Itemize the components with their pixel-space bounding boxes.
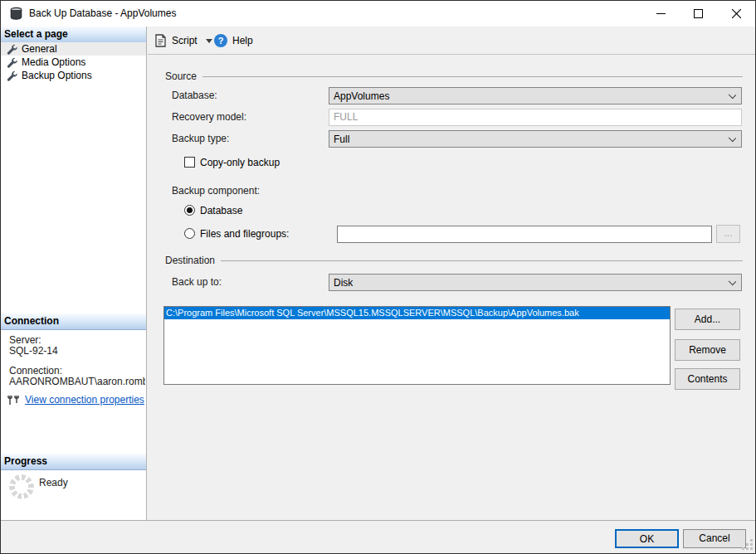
close-button[interactable] [718, 1, 755, 27]
help-button[interactable]: ? Help [214, 31, 253, 51]
backup-file-row[interactable]: C:\Program Files\Microsoft SQL Server\MS… [164, 307, 670, 319]
destination-section-label: Destination [165, 255, 215, 266]
backup-database-dialog: Back Up Database - AppVolumes Select a p… [0, 0, 756, 554]
database-radio-label[interactable]: Database [200, 205, 242, 216]
maximize-button[interactable] [680, 1, 717, 27]
titlebar[interactable]: Back Up Database - AppVolumes [1, 1, 755, 27]
sidebar-item-label: General [22, 43, 57, 55]
database-radio[interactable] [184, 205, 195, 216]
backup-file-list[interactable]: C:\Program Files\Microsoft SQL Server\MS… [163, 306, 671, 385]
sidebar-item-general[interactable]: General [1, 42, 146, 56]
backup-type-dropdown-value: Full [334, 134, 349, 145]
resize-grip[interactable] [743, 540, 753, 550]
contents-button[interactable]: Contents [675, 368, 740, 390]
footer-separator [1, 520, 755, 521]
chevron-down-icon [729, 91, 736, 99]
database-icon [9, 7, 23, 21]
source-section-label: Source [165, 70, 197, 82]
script-label: Script [172, 35, 198, 46]
copy-only-backup-checkbox[interactable] [184, 157, 195, 168]
browse-button: ... [716, 225, 740, 243]
script-dropdown-icon[interactable] [206, 39, 212, 43]
destination-section-line [221, 260, 743, 261]
files-and-filegroups-radio[interactable] [184, 228, 195, 239]
chevron-down-icon [729, 278, 736, 285]
back-up-to-dropdown-value: Disk [334, 277, 353, 289]
connection-label: Connection: [9, 365, 145, 377]
minimize-button[interactable] [642, 1, 680, 27]
connection-value: AARONROMBAUT\aaron.rombaut [9, 376, 145, 387]
files-and-filegroups-input[interactable] [337, 226, 712, 243]
server-value: SQL-92-14 [9, 345, 145, 357]
script-button[interactable]: Script [154, 31, 212, 51]
help-icon: ? [214, 34, 227, 47]
link-label: View connection properties [25, 394, 144, 406]
backup-type-label: Backup type: [172, 133, 229, 144]
progress-header: Progress [1, 454, 146, 470]
backup-type-dropdown[interactable]: Full [329, 130, 742, 148]
connection-properties-icon [7, 395, 20, 406]
back-up-to-dropdown[interactable]: Disk [329, 274, 742, 291]
files-and-filegroups-label[interactable]: Files and filegroups: [200, 228, 289, 240]
back-up-to-label: Back up to: [172, 276, 222, 288]
window-title: Back Up Database - AppVolumes [29, 1, 176, 27]
connection-header: Connection [1, 313, 146, 330]
wrench-icon [7, 44, 17, 55]
select-a-page-header: Select a page [1, 27, 146, 43]
help-label: Help [232, 35, 253, 46]
wrench-icon [7, 57, 17, 68]
copy-only-backup-label[interactable]: Copy-only backup [200, 157, 280, 168]
script-icon [154, 34, 167, 47]
database-dropdown[interactable]: AppVolumes [329, 87, 742, 104]
close-icon [732, 9, 741, 18]
database-label: Database: [172, 90, 217, 101]
remove-button[interactable]: Remove [675, 339, 740, 361]
sidebar-item-label: Backup Options [22, 70, 92, 81]
recovery-model-field: FULL [329, 109, 742, 126]
source-section-line [202, 76, 743, 77]
progress-spinner-icon [9, 474, 34, 499]
content-panel: Script ? Help Source Database: AppVolume… [148, 27, 756, 520]
database-dropdown-value: AppVolumes [334, 90, 389, 102]
toolbar: Script ? Help [148, 27, 756, 55]
sidebar-item-label: Media Options [22, 56, 85, 68]
server-label: Server: [9, 334, 145, 346]
view-connection-properties-link[interactable]: View connection properties [7, 394, 144, 406]
maximize-icon [694, 9, 703, 18]
ok-button[interactable]: OK [615, 529, 679, 548]
wrench-icon [7, 70, 17, 81]
cancel-button[interactable]: Cancel [683, 529, 746, 548]
backup-component-label: Backup component: [172, 185, 260, 197]
add-button[interactable]: Add... [675, 309, 740, 330]
sidebar-item-backup-options[interactable]: Backup Options [1, 69, 146, 82]
sidebar-item-media-options[interactable]: Media Options [1, 56, 146, 69]
minimize-icon [656, 9, 666, 18]
recovery-model-label: Recovery model: [172, 111, 246, 123]
chevron-down-icon [729, 134, 736, 142]
sidebar: Select a page General Media Options Back… [1, 27, 147, 520]
